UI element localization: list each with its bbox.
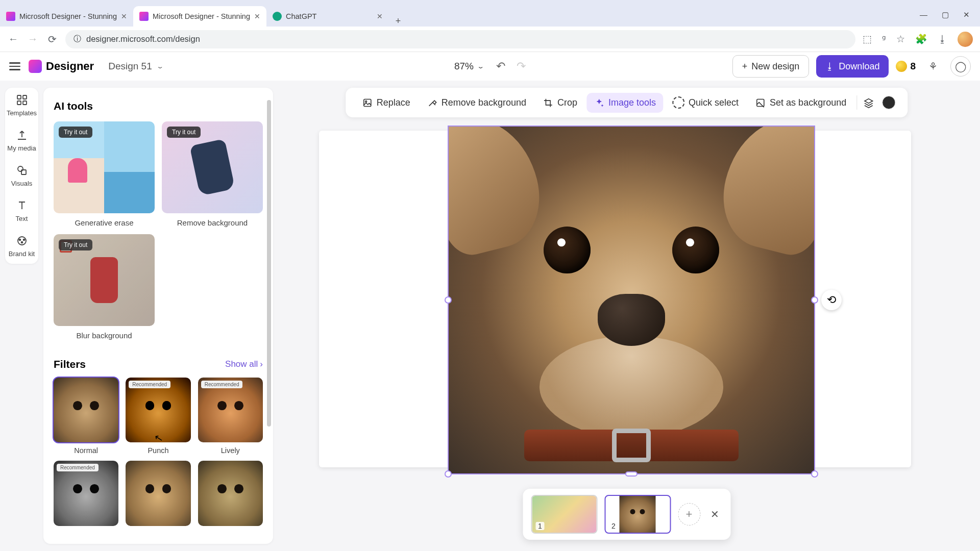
- site-info-icon[interactable]: ⓘ: [74, 34, 81, 44]
- app-logo[interactable]: Designer: [29, 60, 94, 73]
- filter-lively[interactable]: Recommended Lively: [198, 378, 263, 455]
- svg-point-7: [19, 239, 20, 241]
- redo-button[interactable]: ↷: [517, 60, 526, 73]
- resize-handle-br[interactable]: [811, 470, 818, 478]
- tool-generative-erase[interactable]: Try it out Generative erase: [54, 121, 155, 227]
- address-bar: ← → ⟳ ⓘ designer.microsoft.com/design ⬚ …: [0, 27, 980, 52]
- resize-handle-bottom[interactable]: [625, 471, 638, 477]
- quick-select-button[interactable]: Quick select: [665, 92, 746, 113]
- show-all-link[interactable]: Show all ›: [225, 359, 263, 369]
- try-badge: Try it out: [59, 127, 92, 138]
- replace-button[interactable]: Replace: [355, 93, 418, 113]
- templates-icon: [16, 94, 28, 106]
- resize-handle-bl[interactable]: [445, 470, 452, 478]
- crop-button[interactable]: Crop: [535, 93, 584, 113]
- filter-item[interactable]: Recommended: [54, 461, 118, 525]
- filters-heading: Filters: [54, 358, 86, 370]
- visuals-icon: [16, 164, 28, 177]
- layers-icon: [863, 97, 874, 108]
- menu-button[interactable]: [9, 62, 20, 70]
- rail-visuals[interactable]: Visuals: [5, 164, 38, 187]
- bookmark-icon[interactable]: ☆: [896, 33, 905, 45]
- svg-point-6: [18, 237, 26, 245]
- browser-tab[interactable]: Microsoft Designer - Stunning ✕: [0, 6, 133, 27]
- rotate-handle[interactable]: ⟲: [821, 290, 842, 310]
- account-button[interactable]: ◯: [950, 56, 971, 77]
- rail-text[interactable]: Text: [5, 199, 38, 222]
- logo-text: Designer: [46, 60, 94, 73]
- extensions-icon[interactable]: 🧩: [915, 33, 927, 45]
- page-thumb-2[interactable]: 2: [604, 495, 671, 534]
- tool-remove-background[interactable]: Try it out Remove background: [162, 121, 263, 227]
- replace-icon: [362, 97, 373, 108]
- tool-blur-background[interactable]: Try it out Blur background: [54, 234, 155, 340]
- ai-tools-heading: AI tools: [54, 100, 263, 112]
- page-thumb-1[interactable]: 1: [531, 495, 597, 534]
- back-icon[interactable]: ←: [7, 33, 19, 45]
- filter-punch[interactable]: Recommended Punch: [126, 378, 190, 455]
- rail-label: Templates: [7, 109, 37, 117]
- tab-title: Microsoft Designer - Stunning: [153, 12, 250, 20]
- forward-icon[interactable]: →: [27, 33, 39, 45]
- favicon-icon: [139, 12, 149, 21]
- close-tab-icon[interactable]: ✕: [377, 12, 383, 20]
- resize-handle-left[interactable]: [445, 296, 452, 304]
- recommended-badge: Recommended: [57, 464, 99, 471]
- scrollbar[interactable]: [267, 100, 271, 427]
- install-app-icon[interactable]: ⬚: [863, 33, 872, 45]
- profile-avatar[interactable]: [958, 32, 973, 47]
- filter-item[interactable]: [198, 461, 263, 525]
- image-tools-button[interactable]: Image tools: [586, 93, 663, 113]
- close-tab-icon[interactable]: ✕: [254, 12, 260, 20]
- crop-icon: [543, 97, 553, 108]
- chevron-down-icon: ⌄: [156, 63, 164, 70]
- undo-button[interactable]: ↶: [496, 60, 505, 73]
- add-page-button[interactable]: +: [678, 503, 700, 525]
- rail-brand-kit[interactable]: Brand kit: [5, 235, 38, 258]
- minimize-icon[interactable]: —: [920, 10, 927, 19]
- new-tab-button[interactable]: +: [389, 16, 407, 27]
- context-toolbar: Replace Remove background Crop Image too…: [346, 88, 908, 117]
- translate-icon[interactable]: ᵍ: [882, 33, 886, 45]
- zoom-select[interactable]: 87% ⌄: [454, 61, 485, 72]
- credits-counter[interactable]: 8: [896, 61, 916, 72]
- browser-tab[interactable]: Microsoft Designer - Stunning ✕: [133, 6, 266, 27]
- download-icon: ⭳: [825, 61, 835, 72]
- download-button[interactable]: ⭳ Download: [816, 55, 889, 78]
- new-design-button[interactable]: + New design: [732, 55, 810, 78]
- tab-title: ChatGPT: [286, 12, 316, 20]
- page-number: 2: [609, 522, 618, 530]
- selected-image[interactable]: [449, 127, 814, 473]
- credits-value: 8: [910, 61, 916, 72]
- share-button[interactable]: ⚘: [923, 56, 943, 77]
- rail-templates[interactable]: Templates: [5, 94, 38, 117]
- window-controls: — ▢ ✕: [920, 10, 980, 27]
- svg-rect-1: [23, 95, 27, 99]
- filter-normal[interactable]: Normal: [54, 378, 118, 455]
- remove-background-button[interactable]: Remove background: [420, 93, 533, 113]
- svg-rect-2: [17, 101, 21, 105]
- svg-rect-0: [17, 95, 21, 99]
- plus-icon: +: [742, 61, 748, 72]
- filter-item[interactable]: [126, 461, 190, 525]
- rail-label: My media: [7, 144, 36, 152]
- ctx-label: Image tools: [608, 97, 656, 108]
- url-input[interactable]: ⓘ designer.microsoft.com/design: [65, 30, 855, 48]
- design-name-dropdown[interactable]: Design 51 ⌄: [108, 61, 164, 72]
- svg-rect-12: [757, 99, 764, 106]
- tab-title: Microsoft Designer - Stunning: [19, 12, 117, 20]
- rail-my-media[interactable]: My media: [5, 129, 38, 152]
- resize-handle-right[interactable]: [811, 296, 818, 304]
- selection-frame[interactable]: ⟲: [448, 126, 815, 474]
- layers-button[interactable]: [860, 93, 877, 113]
- close-tab-icon[interactable]: ✕: [121, 12, 127, 20]
- close-window-icon[interactable]: ✕: [963, 10, 970, 19]
- maximize-icon[interactable]: ▢: [942, 10, 949, 19]
- close-strip-button[interactable]: ✕: [707, 508, 722, 520]
- page-strip: 1 2 + ✕: [523, 489, 730, 540]
- downloads-icon[interactable]: ⭳: [938, 34, 947, 45]
- reload-icon[interactable]: ⟳: [46, 33, 58, 45]
- color-button[interactable]: [879, 91, 898, 114]
- set-background-button[interactable]: Set as background: [748, 93, 853, 113]
- browser-tab[interactable]: ChatGPT ✕: [266, 6, 389, 27]
